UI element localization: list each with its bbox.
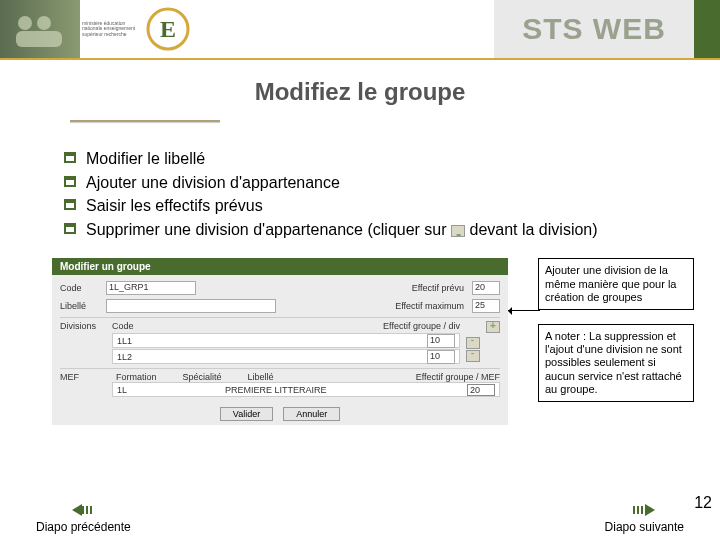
bullet-icon — [64, 199, 76, 210]
div-eff-field[interactable]: 10 — [427, 334, 455, 348]
prev-label: Diapo précédente — [36, 520, 131, 534]
bullet-text: Ajouter une division d'appartenance — [86, 172, 340, 194]
mef-col-formation: Formation — [116, 372, 157, 382]
slide-footer: Diapo précédente Diapo suivante — [0, 502, 720, 534]
next-label: Diapo suivante — [605, 520, 684, 534]
bullet-icon — [64, 152, 76, 163]
bullet-text-b: devant la division) — [469, 221, 597, 238]
effectif-max-field[interactable]: 25 — [472, 299, 500, 313]
arrow-left-icon — [70, 502, 96, 518]
list-item: Ajouter une division d'appartenance — [64, 172, 720, 194]
effectif-prevu-label: Effectif prévu — [412, 283, 464, 293]
people-icon — [10, 9, 70, 49]
callout-line — [508, 310, 540, 311]
mef-eff-field[interactable]: 20 — [467, 384, 495, 396]
remove-icon — [451, 225, 465, 237]
div-col-code: Code — [112, 321, 172, 331]
table-row: 1L2 10 — [112, 349, 460, 364]
libelle-field[interactable] — [106, 299, 276, 313]
header-rule — [0, 58, 720, 60]
brand-block: STS WEB — [494, 0, 694, 58]
svg-rect-10 — [66, 178, 74, 180]
list-item: Modifier le libellé — [64, 148, 720, 170]
mef-col-specialite: Spécialité — [183, 372, 222, 382]
bullet-icon — [64, 176, 76, 187]
note-box: Ajouter une division de la même manière … — [538, 258, 694, 310]
form-buttons: Valider Annuler — [52, 401, 508, 425]
arrow-right-icon — [631, 502, 657, 518]
div-col-eff: Effectif groupe / div — [172, 321, 460, 331]
divisions-label: Divisions — [60, 321, 112, 331]
svg-rect-13 — [66, 201, 74, 203]
table-row: 1L PREMIERE LITTERAIRE 20 — [112, 382, 500, 397]
mef-formation: 1L — [117, 385, 165, 395]
side-notes: Ajouter une division de la même manière … — [538, 258, 694, 402]
svg-rect-16 — [66, 225, 74, 227]
list-item: Saisir les effectifs prévus — [64, 195, 720, 217]
header-cap — [694, 0, 720, 58]
svg-point-1 — [37, 16, 51, 30]
valider-button[interactable]: Valider — [220, 407, 273, 421]
svg-rect-21 — [637, 506, 639, 514]
mef-col-eff: Effectif groupe / MEF — [416, 372, 500, 382]
ministry-text: ministère éducation nationale enseigneme… — [80, 0, 140, 58]
bullet-text-a: Supprimer une division d'appartenance (c… — [86, 221, 451, 238]
logo-e: E — [140, 0, 196, 58]
bullet-text: Saisir les effectifs prévus — [86, 195, 263, 217]
next-nav[interactable]: Diapo suivante — [605, 502, 684, 534]
app-header: ministère éducation nationale enseigneme… — [0, 0, 720, 58]
svg-rect-17 — [82, 506, 84, 514]
svg-rect-7 — [66, 154, 74, 156]
mef-col-libelle: Libellé — [248, 372, 274, 382]
effectif-prevu-field[interactable]: 20 — [472, 281, 500, 295]
page-title: Modifiez le groupe — [0, 78, 720, 106]
prev-nav[interactable]: Diapo précédente — [36, 502, 131, 534]
note-box: A noter : La suppression et l'ajout d'un… — [538, 324, 694, 402]
svg-rect-2 — [16, 31, 62, 47]
div-code: 1L1 — [117, 336, 177, 346]
svg-rect-20 — [641, 506, 643, 514]
mef-libelle: PREMIERE LITTERAIRE — [225, 385, 467, 395]
bullet-text: Modifier le libellé — [86, 148, 205, 170]
form-area: Modifier un groupe Code 1L_GRP1 Effectif… — [52, 258, 720, 425]
mef-label: MEF — [60, 372, 112, 382]
libelle-label: Libellé — [60, 301, 106, 311]
code-label: Code — [60, 283, 106, 293]
svg-point-0 — [18, 16, 32, 30]
remove-row-button[interactable] — [466, 350, 480, 362]
div-eff-field[interactable]: 10 — [427, 350, 455, 364]
svg-rect-22 — [633, 506, 635, 514]
bullet-list: Modifier le libellé Ajouter une division… — [64, 148, 720, 240]
list-item: Supprimer une division d'appartenance (c… — [64, 219, 720, 241]
form-body: Code 1L_GRP1 Effectif prévu 20 Libellé E… — [52, 275, 508, 401]
e-logo-icon: E — [146, 7, 190, 51]
decorative-photo — [0, 0, 80, 58]
brand-text: STS WEB — [522, 12, 666, 46]
group-form: Modifier un groupe Code 1L_GRP1 Effectif… — [52, 258, 508, 425]
table-row: 1L1 10 — [112, 333, 460, 348]
svg-text:E: E — [160, 16, 176, 42]
svg-rect-18 — [86, 506, 88, 514]
annuler-button[interactable]: Annuler — [283, 407, 340, 421]
form-heading: Modifier un groupe — [52, 258, 508, 275]
code-field[interactable]: 1L_GRP1 — [106, 281, 196, 295]
svg-rect-19 — [90, 506, 92, 514]
add-row-button[interactable] — [486, 321, 500, 333]
effectif-max-label: Effectif maximum — [395, 301, 464, 311]
bullet-icon — [64, 223, 76, 234]
bullet-text: Supprimer une division d'appartenance (c… — [86, 219, 598, 241]
header-spacer — [196, 0, 494, 58]
header-left: ministère éducation nationale enseigneme… — [0, 0, 140, 58]
title-underline — [70, 120, 220, 122]
div-code: 1L2 — [117, 352, 177, 362]
